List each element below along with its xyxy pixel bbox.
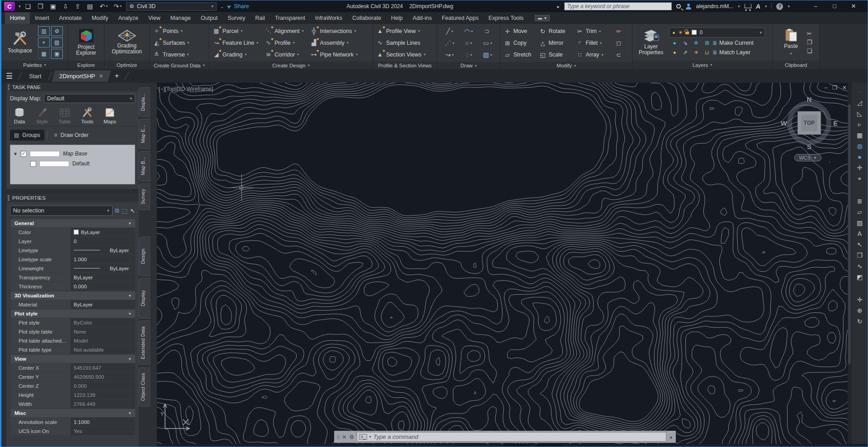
spline-icon[interactable]: ⊃ [478,28,497,35]
tree-row-map-base[interactable]: ▼ ✓ Map Base [13,149,132,159]
side-tab-map-explorer[interactable]: Map E... [139,119,151,149]
property-row[interactable]: Center Y 4620650.500 ▾ [11,372,135,381]
new-tab-button[interactable]: + [110,71,123,80]
map-base-checkbox[interactable]: ✓ [21,151,27,157]
ellipse-icon[interactable]: ◌▾ [459,51,478,58]
scale-button[interactable]: ◱Scale [539,52,576,58]
geo-globe-icon[interactable]: ● [852,151,868,162]
settings-toggle-icon[interactable]: ⚙ [51,26,63,36]
property-row[interactable]: Plot table attached... Model ▾ [11,336,135,345]
toolbox-toggle-icon[interactable]: ▧ [51,38,63,47]
paste-special-icon[interactable]: ❏ [807,47,812,54]
compass-east[interactable]: E [833,119,838,127]
zoom-icon[interactable]: ⊕ [852,305,868,316]
intersections-button[interactable]: ╬Intersections▾ [310,25,358,37]
table-grid-icon[interactable]: ▦ [852,130,868,141]
traverse-button[interactable]: ≜Traverse▾ [153,49,189,60]
side-tab-design[interactable]: Design [139,236,151,276]
ribbon-tab-infraworks[interactable]: InfraWorks [310,12,347,24]
command-close-icon[interactable]: ✕ [342,434,347,440]
ribbon-tab-express-tools[interactable]: Express Tools [484,12,529,24]
property-row[interactable]: Center Z 0.000 ▾ [11,381,135,390]
tab-draw-order[interactable]: ≡ Draw Order [50,130,93,141]
playback-icon[interactable]: ▹ [852,119,868,130]
property-row[interactable]: UCS icon On Yes ▾ [11,427,135,435]
search-icon[interactable] [676,4,681,9]
property-row[interactable]: Plot style table None ▾ [11,327,135,336]
side-tab-display-manager[interactable]: Displa... [139,87,151,117]
property-row[interactable]: View ▾ [11,355,135,363]
help-menu-caret-icon[interactable]: ▾ [788,4,790,9]
palette-toggle-icon[interactable]: ▣ [51,49,63,59]
save-as-icon[interactable]: ⇩ [62,3,70,9]
property-row[interactable]: Linetype scale 1.000 ▾ [11,255,135,263]
hatch-tool-icon[interactable]: ▨ [852,217,868,228]
ribbon-tab-home[interactable]: Home [5,12,30,24]
drawing-restore-button[interactable]: ❐ [832,85,837,91]
property-row[interactable]: Thickness 0.000 ▾ [11,282,135,291]
drawing-close-button[interactable]: ✕ [842,85,847,91]
image-tool-icon[interactable]: ◩ [852,272,868,282]
side-tab-display[interactable]: Display [139,278,151,319]
user-avatar[interactable] [685,4,692,9]
property-row[interactable]: Misc ▾ [11,409,135,417]
copy-to-layer-icon[interactable]: ⇗ [680,49,691,56]
scrollbar-thumb[interactable] [848,104,851,364]
new-drawing-icon[interactable]: ❏ [24,3,33,9]
point-select-icon[interactable]: ⌖ [852,173,868,184]
pickadd-toggle-icon[interactable]: ⧉ [115,207,119,214]
search-flyout-icon[interactable]: ▸ [557,4,560,9]
workspace-select[interactable]: ⚙ Civil 3D ▾ [126,2,217,11]
corridor-button[interactable]: ≋Corridor▾ [264,49,304,60]
ribbon-tab-view[interactable]: View [143,12,165,24]
alignment-button[interactable]: ⋱Alignment▾ [264,25,304,37]
property-row[interactable]: Width 2766.449 ▾ [11,400,135,408]
assembly-button[interactable]: ▟Assembly▾ [310,37,358,48]
share-button[interactable]: ➤ Share [226,3,249,10]
make-current-button[interactable]: ≣Make Current [712,40,765,46]
offset-icon[interactable]: ⊂ [615,52,629,58]
select-objects-icon[interactable]: ⬚ [122,207,127,214]
toolspace-button[interactable]: Toolspace [5,31,35,54]
freeze-layer-icon[interactable]: ❄ [691,40,702,46]
command-history-caret-icon[interactable]: ▾ [369,435,371,439]
app-menu-caret-icon[interactable]: ▾ [19,4,21,9]
quick-select-icon[interactable]: ↖ [130,207,135,214]
lock-layer-icon[interactable]: ⊠ [702,40,712,46]
qat-customize-icon[interactable]: ⌄ [220,4,223,9]
property-row[interactable]: Lineweight ByLayer ▾ [11,264,135,273]
erase-icon[interactable]: ✏ [615,28,629,35]
compass-west[interactable]: W [781,119,787,127]
unlock-layer-icon[interactable]: ⊔ [702,49,712,56]
property-row[interactable]: General ▾ [11,219,135,227]
property-row[interactable]: Layer 0 ▾ [11,237,135,245]
panel-footer-create-design[interactable]: Create Design▾ [209,61,373,69]
tab-groups[interactable]: ▤ Groups [10,130,44,141]
property-row[interactable]: Plot style ByColor ▾ [11,318,135,327]
circle-icon[interactable]: ○▾ [459,39,478,47]
expand-caret-icon[interactable]: ▼ [13,151,18,156]
property-row[interactable]: Height 1223.139 ▾ [11,391,135,399]
trim-button[interactable]: ✂Trim▾ [576,28,615,35]
ribbon-tab-manage[interactable]: Manage [165,12,196,24]
command-grip[interactable]: ⣿ [337,435,340,439]
mirror-button[interactable]: △Mirror [539,40,576,47]
redo-icon[interactable]: ↷▾ [113,3,123,9]
command-prompt-icon[interactable]: >_ [359,434,367,440]
side-tab-object-class[interactable]: Object Class [139,367,151,407]
default-checkbox[interactable] [30,161,36,167]
property-row[interactable]: Plot table type Not available ▾ [11,345,135,354]
tree-row-default[interactable]: Default [13,159,132,169]
grading-button[interactable]: ◢Grading▾ [212,49,258,60]
panel-footer-draw[interactable]: Draw▾ [437,62,500,69]
sample-lines-button[interactable]: ∿Sample Lines [376,37,425,48]
rotate-button[interactable]: ↻Rotate [539,28,576,35]
minimize-button[interactable]: – [806,0,825,12]
arc-icon[interactable]: ◠▾ [459,28,478,35]
panel-footer-layers[interactable]: Layers▾ [632,61,772,69]
panel-footer-create-ground-data[interactable]: Create Ground Data▾ [150,61,209,69]
data-tool-button[interactable]: Data [9,108,30,124]
ribbon-tab-insert[interactable]: Insert [30,12,54,24]
array-button[interactable]: ∷Array▾ [576,52,615,58]
layer-off-icon[interactable]: ● [669,40,680,46]
